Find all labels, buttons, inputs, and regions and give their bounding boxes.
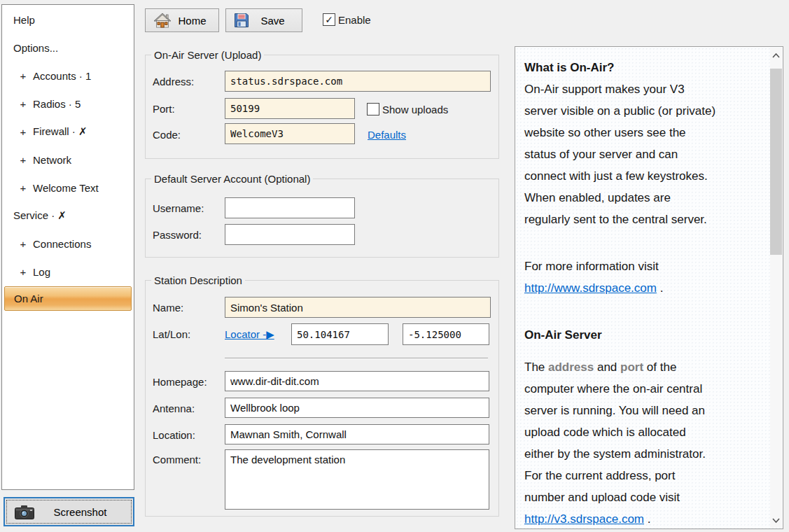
divider bbox=[225, 358, 488, 359]
username-label: Username: bbox=[153, 202, 204, 214]
group-title: On-Air Server (Upload) bbox=[151, 49, 264, 61]
comment-label: Comment: bbox=[153, 454, 201, 465]
homepage-label: Homepage: bbox=[153, 376, 207, 388]
help-text: . bbox=[657, 281, 663, 295]
expand-indicator: + bbox=[13, 238, 33, 250]
sidebar-item-label: Welcome Text bbox=[33, 182, 99, 194]
sidebar-item-label: Service · ✗ bbox=[13, 209, 67, 222]
chevron-up-icon bbox=[772, 53, 780, 58]
help-text: For more information visit bbox=[524, 260, 659, 273]
sidebar-item-options[interactable]: Options... bbox=[2, 36, 134, 59]
sidebar-item-label: Connections bbox=[33, 238, 91, 250]
onair-server-group: On-Air Server (Upload) Address: Port: Sh… bbox=[145, 55, 499, 159]
port-field[interactable] bbox=[225, 98, 355, 119]
help-paragraph: On-Air support makes your V3 server visi… bbox=[524, 78, 767, 230]
sdrspace-link[interactable]: http://www.sdrspace.com bbox=[524, 281, 657, 295]
locator-link[interactable]: Locator -▶ bbox=[225, 328, 274, 341]
station-name-field[interactable] bbox=[225, 297, 491, 318]
sidebar-item-label: Network bbox=[33, 154, 71, 166]
scrollbar[interactable] bbox=[770, 48, 782, 528]
sidebar-item-label: Radios · 5 bbox=[33, 98, 81, 110]
sidebar-panel: Help Options... +Accounts · 1 +Radios · … bbox=[1, 4, 134, 490]
help-heading-onair-server: On-Air Server bbox=[524, 324, 767, 346]
sidebar-item-label: Accounts · 1 bbox=[33, 70, 91, 82]
help-keyword-address: address bbox=[548, 360, 594, 374]
antenna-field[interactable] bbox=[225, 398, 489, 418]
show-uploads-label: Show uploads bbox=[382, 104, 448, 115]
scroll-down-button[interactable] bbox=[770, 512, 782, 528]
enable-checkbox-label: Enable bbox=[338, 14, 371, 26]
address-label: Address: bbox=[153, 76, 194, 88]
screenshot-button-label: Screenshot bbox=[34, 506, 133, 518]
latitude-field[interactable] bbox=[291, 323, 389, 345]
sidebar-item-log[interactable]: +Log bbox=[2, 260, 134, 284]
password-label: Password: bbox=[153, 229, 202, 241]
antenna-label: Antenna: bbox=[153, 402, 195, 414]
expand-indicator: + bbox=[13, 266, 33, 278]
location-field[interactable] bbox=[225, 424, 489, 444]
save-button[interactable]: Save bbox=[225, 8, 302, 32]
home-button[interactable]: Home bbox=[145, 8, 219, 32]
show-uploads-checkbox[interactable] bbox=[367, 103, 379, 115]
scrollbar-thumb[interactable] bbox=[770, 69, 782, 255]
sidebar-item-on-air[interactable]: On Air bbox=[4, 286, 132, 311]
home-icon bbox=[153, 12, 172, 29]
enable-checkbox[interactable]: ✓ bbox=[323, 13, 335, 26]
help-panel: What is On-Air? On-Air support makes you… bbox=[515, 46, 783, 529]
help-heading-what-is-onair: What is On-Air? bbox=[524, 57, 767, 78]
sidebar-item-network[interactable]: +Network bbox=[2, 148, 134, 172]
expand-indicator: + bbox=[13, 182, 33, 194]
help-paragraph: For more information visit http://www.sd… bbox=[524, 255, 767, 299]
expand-indicator: + bbox=[13, 70, 33, 82]
sidebar-item-connections[interactable]: +Connections bbox=[2, 232, 134, 255]
chevron-down-icon bbox=[772, 518, 780, 523]
server-account-group: Default Server Account (Optional) Userna… bbox=[145, 178, 499, 258]
help-text: . bbox=[644, 512, 650, 526]
help-content: What is On-Air? On-Air support makes you… bbox=[515, 47, 770, 528]
expand-indicator: + bbox=[13, 98, 33, 110]
homepage-field[interactable] bbox=[225, 371, 489, 391]
name-label: Name: bbox=[153, 302, 183, 314]
help-text: The bbox=[524, 360, 548, 374]
scroll-up-button[interactable] bbox=[770, 48, 782, 63]
sidebar-item-label: Firewall · ✗ bbox=[33, 125, 88, 138]
code-field[interactable] bbox=[225, 123, 355, 144]
defaults-link[interactable]: Defaults bbox=[368, 129, 406, 141]
sidebar-item-label: Help bbox=[13, 14, 35, 26]
v3-sdrspace-link[interactable]: http://v3.sdrspace.com bbox=[524, 512, 644, 526]
sidebar-item-radios[interactable]: +Radios · 5 bbox=[2, 92, 134, 115]
sidebar-item-firewall[interactable]: +Firewall · ✗ bbox=[2, 120, 134, 144]
home-button-label: Home bbox=[172, 15, 218, 27]
port-label: Port: bbox=[153, 103, 175, 115]
sidebar-item-welcome-text[interactable]: +Welcome Text bbox=[2, 176, 134, 200]
help-keyword-port: port bbox=[620, 360, 643, 374]
sidebar-item-service[interactable]: Service · ✗ bbox=[2, 204, 134, 227]
sidebar-item-label: On Air bbox=[14, 293, 43, 304]
sidebar-item-label: Options... bbox=[13, 42, 58, 54]
longitude-field[interactable] bbox=[403, 323, 489, 345]
help-paragraph: The address and port of the computer whe… bbox=[524, 356, 767, 528]
expand-indicator: + bbox=[13, 126, 33, 138]
group-title: Default Server Account (Optional) bbox=[151, 173, 313, 185]
screenshot-button[interactable]: Screenshot bbox=[4, 497, 134, 526]
comment-field[interactable]: The development station bbox=[225, 449, 489, 510]
address-field[interactable] bbox=[225, 71, 491, 92]
help-text: and bbox=[594, 360, 620, 374]
group-title: Station Description bbox=[151, 274, 245, 286]
enable-checkbox-group: ✓ Enable bbox=[323, 13, 371, 26]
sidebar-item-label: Log bbox=[33, 266, 50, 278]
save-icon bbox=[234, 13, 249, 28]
username-field[interactable] bbox=[225, 197, 355, 218]
code-label: Code: bbox=[153, 129, 181, 141]
latlon-label: Lat/Lon: bbox=[153, 328, 190, 340]
sidebar-item-help[interactable]: Help bbox=[2, 8, 134, 31]
expand-indicator: + bbox=[13, 154, 33, 166]
password-field[interactable] bbox=[225, 224, 355, 245]
station-description-group: Station Description Name: Lat/Lon: Locat… bbox=[145, 280, 499, 517]
sidebar-item-accounts[interactable]: +Accounts · 1 bbox=[2, 64, 134, 88]
help-text: of the computer where the on-air central… bbox=[524, 360, 706, 504]
location-label: Location: bbox=[153, 429, 195, 441]
camera-icon bbox=[15, 505, 34, 519]
save-button-label: Save bbox=[249, 15, 302, 27]
